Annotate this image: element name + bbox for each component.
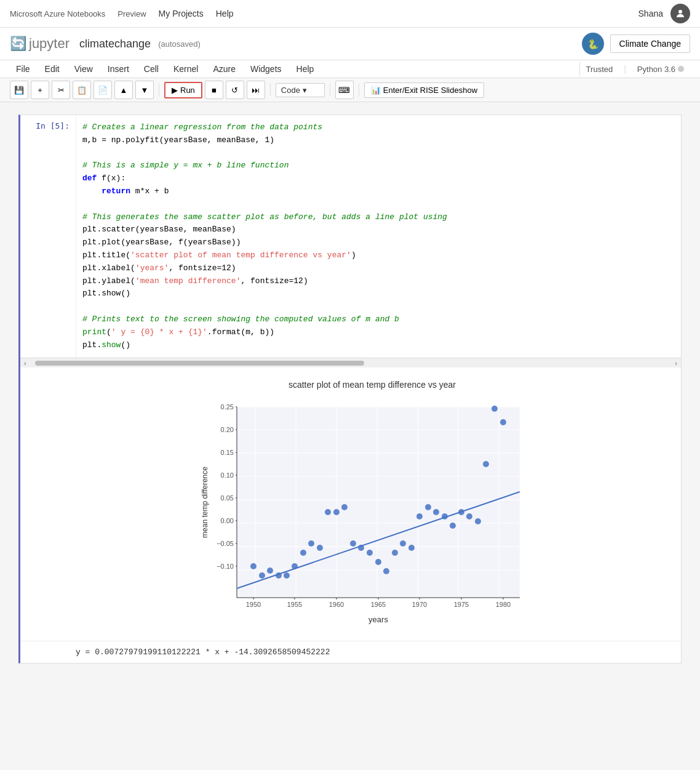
toolbar-sep-4 xyxy=(359,84,359,96)
code-line-blank-1 xyxy=(82,147,675,160)
svg-point-76 xyxy=(433,509,439,515)
svg-text:−0.05: −0.05 xyxy=(217,540,234,547)
cell-scrollbar: ‹ › xyxy=(20,358,681,367)
code-line-15: plt.show() xyxy=(82,339,675,352)
svg-text:mean temp difference: mean temp difference xyxy=(201,467,209,538)
code-line-4: def f(x): xyxy=(82,172,675,185)
menu-cell[interactable]: Cell xyxy=(138,62,165,76)
rise-button[interactable]: 📊 Enter/Exit RISE Slideshow xyxy=(364,82,484,98)
chart-container: scatter plot of mean temp difference vs … xyxy=(76,374,669,635)
toolbar-sep-1 xyxy=(159,84,159,96)
svg-text:1955: 1955 xyxy=(287,601,302,608)
code-line-3: # This is a simple y = mx + b line funct… xyxy=(82,159,675,172)
svg-text:0.05: 0.05 xyxy=(221,494,234,502)
cut-button[interactable]: ✂ xyxy=(52,81,70,99)
svg-point-70 xyxy=(383,568,389,574)
svg-point-84 xyxy=(500,419,506,425)
svg-text:0.25: 0.25 xyxy=(221,403,234,411)
svg-point-65 xyxy=(341,504,348,510)
svg-point-67 xyxy=(358,545,364,551)
svg-point-62 xyxy=(317,545,323,551)
menu-azure[interactable]: Azure xyxy=(207,62,242,76)
code-line-10: plt.xlabel('years', fontsize=12) xyxy=(82,262,675,275)
scroll-left-arrow[interactable]: ‹ xyxy=(22,359,29,367)
top-nav-left: Microsoft Azure Notebooks Preview My Pro… xyxy=(10,9,234,18)
add-cell-button[interactable]: + xyxy=(31,81,49,99)
trusted-badge: Trusted xyxy=(579,62,619,76)
menu-file[interactable]: File xyxy=(10,62,36,76)
climate-change-button[interactable]: Climate Change xyxy=(610,34,690,53)
svg-text:1970: 1970 xyxy=(412,601,427,608)
svg-text:1950: 1950 xyxy=(246,601,261,608)
chart-icon: 📊 xyxy=(371,86,381,95)
svg-point-79 xyxy=(458,509,464,515)
code-line-11: plt.ylabel('mean temp difference', fonts… xyxy=(82,275,675,288)
svg-text:1975: 1975 xyxy=(454,601,469,608)
keyboard-button[interactable]: ⌨ xyxy=(335,81,354,99)
code-line-6: # This generates the same scatter plot a… xyxy=(82,211,675,224)
copy-button[interactable]: 📋 xyxy=(73,81,91,99)
avatar[interactable] xyxy=(670,4,690,23)
move-up-button[interactable]: ▲ xyxy=(114,81,133,99)
code-line-2: m,b = np.polyfit(yearsBase, meanBase, 1) xyxy=(82,134,675,147)
output-area: scatter plot of mean temp difference vs … xyxy=(20,367,681,641)
comment-1: # Creates a linear regression from the d… xyxy=(82,122,322,132)
svg-point-0 xyxy=(678,10,682,14)
menu-kernel[interactable]: Kernel xyxy=(167,62,204,76)
svg-point-81 xyxy=(475,518,481,524)
svg-point-71 xyxy=(392,550,398,556)
svg-text:0.15: 0.15 xyxy=(221,449,234,456)
scatter-chart: 0.25 0.20 0.15 0.10 0.05 0.00 xyxy=(200,395,544,628)
toolbar: 💾 + ✂ 📋 📄 ▲ ▼ ▶ Run ■ ↺ ⏭ Code ▾ ⌨ 📊 Ent… xyxy=(0,78,700,102)
svg-text:0.00: 0.00 xyxy=(221,517,234,524)
svg-point-58 xyxy=(284,572,290,579)
username-label: Shana xyxy=(638,9,663,18)
menu-widgets[interactable]: Widgets xyxy=(244,62,288,76)
scrollbar-track[interactable] xyxy=(35,361,364,366)
help-link[interactable]: Help xyxy=(216,9,234,18)
svg-point-69 xyxy=(375,559,381,565)
menu-edit[interactable]: Edit xyxy=(39,62,66,76)
brand-label: Microsoft Azure Notebooks xyxy=(10,9,105,18)
svg-point-80 xyxy=(466,513,472,519)
cell-code[interactable]: # Creates a linear regression from the d… xyxy=(76,115,681,358)
stop-button[interactable]: ■ xyxy=(205,81,223,99)
cell-type-select[interactable]: Code ▾ xyxy=(276,83,325,97)
cell-prompt: In [5]: xyxy=(20,115,76,358)
code-cell: In [5]: # Creates a linear regression fr… xyxy=(18,114,682,664)
cell-input: In [5]: # Creates a linear regression fr… xyxy=(20,115,681,358)
menu-insert[interactable]: Insert xyxy=(101,62,135,76)
svg-point-54 xyxy=(250,563,257,569)
main-content: In [5]: # Creates a linear regression fr… xyxy=(0,102,700,682)
svg-point-64 xyxy=(333,509,340,515)
jupyter-logo-icon: 🔄 xyxy=(10,36,26,52)
svg-point-56 xyxy=(267,567,273,574)
code-line-14: print(' y = {0} * x + {1}'.format(m, b)) xyxy=(82,326,675,339)
code-line-5: return m*x + b xyxy=(82,185,675,198)
scroll-right-arrow[interactable]: › xyxy=(672,359,680,367)
svg-text:−0.10: −0.10 xyxy=(217,563,234,570)
code-line-9: plt.title('scatter plot of mean temp dif… xyxy=(82,249,675,262)
svg-text:🐍: 🐍 xyxy=(587,39,599,50)
menu-help[interactable]: Help xyxy=(290,62,320,76)
python-icon: 🐍 xyxy=(582,33,604,55)
jupyter-header: 🔄 jupyter climatechange (autosaved) 🐍 Cl… xyxy=(0,28,700,60)
svg-point-63 xyxy=(325,509,331,515)
notebook-name[interactable]: climatechange xyxy=(79,38,151,50)
svg-point-75 xyxy=(425,504,431,510)
menu-view[interactable]: View xyxy=(68,62,99,76)
run-button[interactable]: ▶ Run xyxy=(164,82,202,98)
toolbar-sep-3 xyxy=(330,84,330,96)
restart-button[interactable]: ↺ xyxy=(226,81,244,99)
jupyter-right: 🐍 Climate Change xyxy=(582,33,690,55)
save-button[interactable]: 💾 xyxy=(10,81,28,99)
jupyter-logo: 🔄 jupyter xyxy=(10,36,70,52)
my-projects-link[interactable]: My Projects xyxy=(159,9,204,18)
move-down-button[interactable]: ▼ xyxy=(135,81,154,99)
svg-point-60 xyxy=(300,550,306,556)
paste-button[interactable]: 📄 xyxy=(93,81,112,99)
svg-point-59 xyxy=(292,563,298,569)
fast-forward-button[interactable]: ⏭ xyxy=(247,81,265,99)
preview-label: Preview xyxy=(117,9,146,18)
svg-point-57 xyxy=(276,572,282,579)
